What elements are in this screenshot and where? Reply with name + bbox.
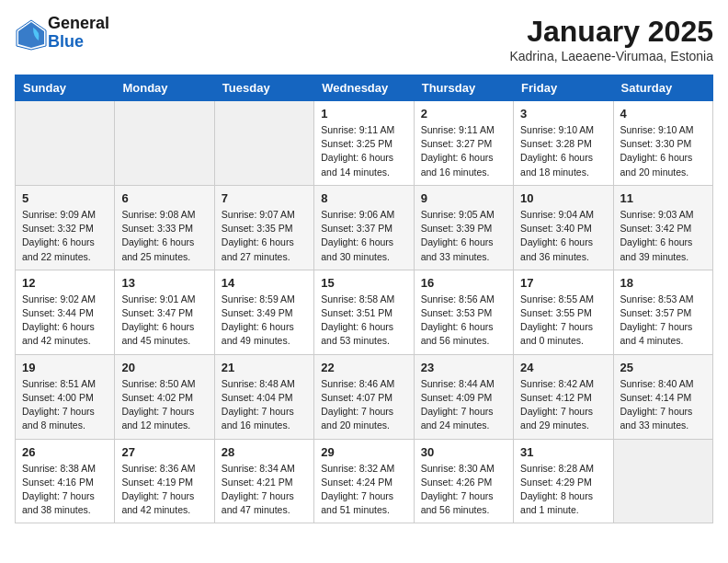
day-number: 13 bbox=[121, 276, 207, 290]
page-header: General Blue January 2025 Kadrina, Laeae… bbox=[15, 15, 713, 63]
month-title: January 2025 bbox=[509, 15, 713, 49]
day-number: 5 bbox=[22, 191, 108, 205]
cell-content: Sunrise: 8:30 AM Sunset: 4:26 PM Dayligh… bbox=[421, 462, 506, 518]
cell-content: Sunrise: 9:11 AM Sunset: 3:25 PM Dayligh… bbox=[321, 123, 406, 179]
cell-content: Sunrise: 9:05 AM Sunset: 3:39 PM Dayligh… bbox=[421, 208, 506, 264]
logo-icon bbox=[15, 18, 44, 48]
day-number: 27 bbox=[121, 445, 207, 459]
calendar-cell bbox=[115, 101, 214, 186]
calendar-cell bbox=[214, 101, 313, 186]
calendar-table: SundayMondayTuesdayWednesdayThursdayFrid… bbox=[15, 75, 713, 523]
calendar-cell: 29Sunrise: 8:32 AM Sunset: 4:24 PM Dayli… bbox=[314, 439, 414, 523]
logo: General Blue bbox=[15, 15, 109, 52]
calendar-cell bbox=[16, 101, 115, 186]
calendar-cell: 4Sunrise: 9:10 AM Sunset: 3:30 PM Daylig… bbox=[613, 101, 712, 186]
day-number: 8 bbox=[321, 191, 406, 205]
calendar-cell: 21Sunrise: 8:48 AM Sunset: 4:04 PM Dayli… bbox=[214, 354, 313, 439]
cell-content: Sunrise: 8:58 AM Sunset: 3:51 PM Dayligh… bbox=[321, 293, 406, 349]
calendar-body: 1Sunrise: 9:11 AM Sunset: 3:25 PM Daylig… bbox=[16, 101, 713, 523]
day-number: 30 bbox=[421, 445, 506, 459]
cell-content: Sunrise: 9:10 AM Sunset: 3:28 PM Dayligh… bbox=[520, 123, 606, 179]
location: Kadrina, Laeaene-Virumaa, Estonia bbox=[509, 49, 713, 63]
cell-content: Sunrise: 8:56 AM Sunset: 3:53 PM Dayligh… bbox=[421, 293, 506, 349]
day-number: 12 bbox=[22, 276, 108, 290]
column-header-thursday: Thursday bbox=[414, 75, 513, 101]
calendar-cell: 28Sunrise: 8:34 AM Sunset: 4:21 PM Dayli… bbox=[214, 439, 313, 523]
cell-content: Sunrise: 8:34 AM Sunset: 4:21 PM Dayligh… bbox=[222, 462, 307, 518]
calendar-cell: 30Sunrise: 8:30 AM Sunset: 4:26 PM Dayli… bbox=[414, 439, 513, 523]
cell-content: Sunrise: 9:04 AM Sunset: 3:40 PM Dayligh… bbox=[520, 208, 606, 264]
calendar-cell: 11Sunrise: 9:03 AM Sunset: 3:42 PM Dayli… bbox=[613, 185, 712, 270]
calendar-cell: 10Sunrise: 9:04 AM Sunset: 3:40 PM Dayli… bbox=[514, 185, 613, 270]
calendar-cell: 19Sunrise: 8:51 AM Sunset: 4:00 PM Dayli… bbox=[16, 354, 115, 439]
day-number: 14 bbox=[222, 276, 307, 290]
day-number: 3 bbox=[520, 107, 606, 121]
day-number: 7 bbox=[222, 191, 307, 205]
calendar-cell: 12Sunrise: 9:02 AM Sunset: 3:44 PM Dayli… bbox=[16, 270, 115, 354]
cell-content: Sunrise: 9:03 AM Sunset: 3:42 PM Dayligh… bbox=[620, 208, 706, 264]
calendar-header: SundayMondayTuesdayWednesdayThursdayFrid… bbox=[16, 75, 713, 101]
calendar-cell: 7Sunrise: 9:07 AM Sunset: 3:35 PM Daylig… bbox=[214, 185, 313, 270]
cell-content: Sunrise: 9:06 AM Sunset: 3:37 PM Dayligh… bbox=[321, 208, 406, 264]
calendar-cell: 26Sunrise: 8:38 AM Sunset: 4:16 PM Dayli… bbox=[16, 439, 115, 523]
day-number: 11 bbox=[620, 191, 706, 205]
day-number: 29 bbox=[321, 445, 406, 459]
calendar-cell: 3Sunrise: 9:10 AM Sunset: 3:28 PM Daylig… bbox=[514, 101, 613, 186]
column-header-wednesday: Wednesday bbox=[314, 75, 414, 101]
cell-content: Sunrise: 8:55 AM Sunset: 3:55 PM Dayligh… bbox=[520, 293, 606, 349]
cell-content: Sunrise: 9:07 AM Sunset: 3:35 PM Dayligh… bbox=[222, 208, 307, 264]
cell-content: Sunrise: 9:11 AM Sunset: 3:27 PM Dayligh… bbox=[421, 123, 506, 179]
cell-content: Sunrise: 8:44 AM Sunset: 4:09 PM Dayligh… bbox=[421, 377, 506, 433]
day-number: 19 bbox=[22, 361, 108, 374]
cell-content: Sunrise: 8:28 AM Sunset: 4:29 PM Dayligh… bbox=[520, 462, 606, 518]
calendar-week-4: 19Sunrise: 8:51 AM Sunset: 4:00 PM Dayli… bbox=[16, 354, 713, 439]
day-number: 1 bbox=[321, 107, 406, 121]
day-number: 22 bbox=[321, 361, 406, 374]
cell-content: Sunrise: 8:42 AM Sunset: 4:12 PM Dayligh… bbox=[520, 377, 606, 433]
day-number: 26 bbox=[22, 445, 108, 459]
calendar-cell: 8Sunrise: 9:06 AM Sunset: 3:37 PM Daylig… bbox=[314, 185, 414, 270]
column-header-friday: Friday bbox=[514, 75, 613, 101]
day-number: 4 bbox=[620, 107, 706, 121]
cell-content: Sunrise: 8:36 AM Sunset: 4:19 PM Dayligh… bbox=[121, 462, 207, 518]
cell-content: Sunrise: 8:46 AM Sunset: 4:07 PM Dayligh… bbox=[321, 377, 406, 433]
logo-text: General Blue bbox=[48, 15, 109, 52]
cell-content: Sunrise: 9:01 AM Sunset: 3:47 PM Dayligh… bbox=[121, 293, 207, 349]
cell-content: Sunrise: 8:40 AM Sunset: 4:14 PM Dayligh… bbox=[620, 377, 706, 433]
cell-content: Sunrise: 9:02 AM Sunset: 3:44 PM Dayligh… bbox=[22, 293, 108, 349]
calendar-cell: 23Sunrise: 8:44 AM Sunset: 4:09 PM Dayli… bbox=[414, 354, 513, 439]
calendar-cell: 20Sunrise: 8:50 AM Sunset: 4:02 PM Dayli… bbox=[115, 354, 214, 439]
day-number: 25 bbox=[620, 361, 706, 374]
day-number: 18 bbox=[620, 276, 706, 290]
cell-content: Sunrise: 9:08 AM Sunset: 3:33 PM Dayligh… bbox=[121, 208, 207, 264]
column-header-sunday: Sunday bbox=[16, 75, 115, 101]
calendar-cell: 24Sunrise: 8:42 AM Sunset: 4:12 PM Dayli… bbox=[514, 354, 613, 439]
calendar-week-5: 26Sunrise: 8:38 AM Sunset: 4:16 PM Dayli… bbox=[16, 439, 713, 523]
cell-content: Sunrise: 9:09 AM Sunset: 3:32 PM Dayligh… bbox=[22, 208, 108, 264]
calendar-cell: 25Sunrise: 8:40 AM Sunset: 4:14 PM Dayli… bbox=[613, 354, 712, 439]
day-number: 21 bbox=[222, 361, 307, 374]
cell-content: Sunrise: 8:48 AM Sunset: 4:04 PM Dayligh… bbox=[222, 377, 307, 433]
column-header-tuesday: Tuesday bbox=[214, 75, 313, 101]
calendar-cell: 27Sunrise: 8:36 AM Sunset: 4:19 PM Dayli… bbox=[115, 439, 214, 523]
day-number: 31 bbox=[520, 445, 606, 459]
calendar-cell: 1Sunrise: 9:11 AM Sunset: 3:25 PM Daylig… bbox=[314, 101, 414, 186]
calendar-cell: 14Sunrise: 8:59 AM Sunset: 3:49 PM Dayli… bbox=[214, 270, 313, 354]
day-number: 17 bbox=[520, 276, 606, 290]
calendar-cell: 9Sunrise: 9:05 AM Sunset: 3:39 PM Daylig… bbox=[414, 185, 513, 270]
calendar-cell: 5Sunrise: 9:09 AM Sunset: 3:32 PM Daylig… bbox=[16, 185, 115, 270]
calendar-cell: 31Sunrise: 8:28 AM Sunset: 4:29 PM Dayli… bbox=[514, 439, 613, 523]
day-number: 28 bbox=[222, 445, 307, 459]
cell-content: Sunrise: 8:53 AM Sunset: 3:57 PM Dayligh… bbox=[620, 293, 706, 349]
cell-content: Sunrise: 8:51 AM Sunset: 4:00 PM Dayligh… bbox=[22, 377, 108, 433]
column-header-monday: Monday bbox=[115, 75, 214, 101]
title-section: January 2025 Kadrina, Laeaene-Virumaa, E… bbox=[509, 15, 713, 63]
cell-content: Sunrise: 8:32 AM Sunset: 4:24 PM Dayligh… bbox=[321, 462, 406, 518]
cell-content: Sunrise: 8:59 AM Sunset: 3:49 PM Dayligh… bbox=[222, 293, 307, 349]
cell-content: Sunrise: 8:50 AM Sunset: 4:02 PM Dayligh… bbox=[121, 377, 207, 433]
calendar-cell: 18Sunrise: 8:53 AM Sunset: 3:57 PM Dayli… bbox=[613, 270, 712, 354]
day-number: 6 bbox=[121, 191, 207, 205]
day-number: 15 bbox=[321, 276, 406, 290]
calendar-week-2: 5Sunrise: 9:09 AM Sunset: 3:32 PM Daylig… bbox=[16, 185, 713, 270]
column-header-saturday: Saturday bbox=[613, 75, 712, 101]
